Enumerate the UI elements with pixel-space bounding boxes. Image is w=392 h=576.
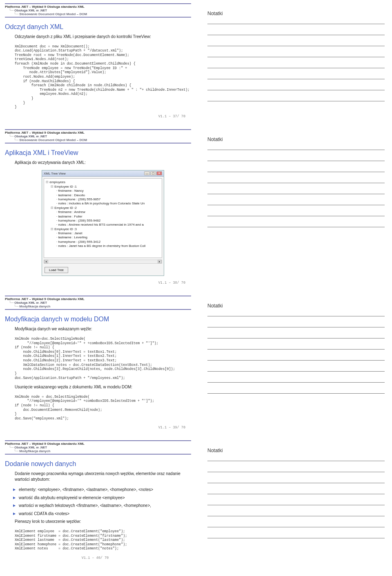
notes-title: Notatki (207, 137, 385, 142)
note-line (207, 382, 385, 383)
breadcrumb-l2: Obsługa XML w .NET (5, 134, 191, 138)
horizontal-scrollbar[interactable]: ◂▸ (44, 260, 162, 264)
slide-40: Platforma .NET – Wykład 9 Obsługa standa… (0, 437, 392, 567)
note-line (207, 35, 385, 35)
bullet-item: wartość dla atrybutu employeeid w elemen… (19, 495, 191, 501)
tree-node[interactable]: · homephone : (206) 555-9857 (45, 197, 161, 202)
breadcrumb-l1: Platforma .NET – Wykład 9 Obsługa standa… (5, 5, 191, 9)
tree-node[interactable]: · firstname : Nancy (45, 189, 161, 193)
minimize-icon[interactable]: — (144, 171, 150, 175)
intro-text: Modyfikacja danych we wskazanym węźle: (5, 326, 191, 332)
tree-node[interactable]: · lastname : Fuller (45, 215, 161, 219)
note-line (207, 24, 385, 24)
breadcrumb-l3: Modyfikacja danych (5, 305, 191, 310)
code-block: XmlDocument doc = new XmlDocument(); doc… (5, 45, 191, 110)
breadcrumb: Platforma .NET – Wykład 9 Obsługa standa… (5, 440, 191, 455)
note-line (207, 68, 385, 68)
note-line (207, 172, 385, 172)
note-line (207, 472, 385, 472)
slide-footer: V1.1 – 39/ 70 (5, 426, 191, 430)
code-block: XmlNode node=doc.SelectSingleNode( "//em… (5, 337, 191, 380)
note-line (207, 194, 385, 194)
window-controls: — ▢ ✕ (144, 171, 162, 175)
tree-node[interactable]: ⊟ Employee ID :1 (45, 185, 161, 189)
app-window: XML Tree View — ▢ ✕ ⊟ employees⊟ Employe… (42, 170, 164, 276)
bullet-list: elementy: <employee>, <firstname>, <last… (5, 487, 191, 516)
tree-node[interactable]: · firstname : Janet (45, 231, 161, 235)
bullet-item: wartość CDATA dla <notes> (19, 511, 191, 517)
note-line (207, 338, 385, 338)
note-line (207, 371, 385, 372)
tree-node[interactable]: · homephone : (206) 555-9482 (45, 219, 161, 223)
breadcrumb-l3: Stosowanie Document Object Model – DOM (5, 12, 191, 18)
slide-title: Aplikacja XML i TreeView (5, 149, 191, 157)
slide-37: Platforma .NET – Wykład 9 Obsługa standa… (0, 0, 392, 126)
slide-39: Platforma .NET – Wykład 9 Obsługa standa… (0, 292, 392, 437)
close-icon[interactable]: ✕ (156, 171, 162, 175)
note-line (207, 461, 385, 461)
breadcrumb-l3: Stosowanie Document Object Model – DOM (5, 138, 191, 143)
note-line (207, 161, 385, 161)
tree-node[interactable]: · notes : Janet has a BS degree in chemi… (45, 244, 161, 248)
tree-node[interactable]: · lastname : Leverling (45, 235, 161, 240)
load-tree-button[interactable]: Load Tree (45, 267, 68, 273)
breadcrumb: Platforma .NET – Wykład 9 Obsługa standa… (5, 129, 191, 143)
note-line (207, 327, 385, 327)
note-line (207, 216, 385, 216)
app-titlebar: XML Tree View — ▢ ✕ (42, 170, 164, 177)
scroll-right-icon[interactable]: ▸ (158, 260, 162, 263)
notes-column: Notatki (196, 0, 392, 122)
breadcrumb-l1: Platforma .NET – Wykład 9 Obsługa standa… (5, 131, 191, 134)
notes-title: Notatki (207, 448, 385, 453)
breadcrumb: Platforma .NET – Wykład 9 Obsługa standa… (5, 3, 191, 18)
note-line (207, 57, 385, 57)
note-line (207, 483, 385, 483)
note-line (207, 316, 385, 316)
tree-node[interactable]: · notes : includes a BA in psychology fr… (45, 202, 161, 206)
slide-title: Odczyt danych XML (5, 23, 191, 31)
note-line (207, 205, 385, 205)
tree-node[interactable]: ⊟ employees (45, 180, 161, 184)
button-row: Load Tree (42, 264, 164, 276)
notes-column: Notatki (196, 292, 392, 433)
tree-node[interactable]: · firstname : Andrew (45, 210, 161, 214)
code-block-2: XmlNode node = doc.SelectSingleNode( "//… (5, 395, 191, 421)
intro-text: Dodanie nowego pracownika wymaga utworze… (5, 471, 191, 482)
tree-node[interactable]: · lastname : Davolio (45, 193, 161, 197)
slide-footer: V1.1 – 37/ 70 (5, 114, 191, 119)
note-line (207, 527, 385, 527)
note-line (207, 46, 385, 46)
slide-footer: V1.1 – 40/ 70 (5, 556, 191, 560)
slide-footer: V1.1 – 38/ 70 (5, 281, 191, 285)
slide-left: Platforma .NET – Wykład 9 Obsługa standa… (0, 126, 196, 289)
intro-text: Odczytanie danych z pliku XML i przepisa… (5, 34, 191, 40)
breadcrumb-l3: Modyfikacja danych (5, 449, 191, 455)
tree-node[interactable]: · homephone : (206) 555-3412 (45, 240, 161, 244)
slide-title: Modyfikacja danych w modelu DOM (5, 316, 191, 323)
bullet-item: elementy: <employee>, <firstname>, <last… (19, 487, 191, 493)
tree-node[interactable]: ⊟ Employee ID :3 (45, 227, 161, 231)
tree-view[interactable]: ⊟ employees⊟ Employee ID :1· firstname :… (44, 178, 162, 258)
maximize-icon[interactable]: ▢ (150, 171, 156, 175)
note-line (207, 360, 385, 361)
intro-text-2: Usunięcie wskazanego węzła z dokumentu X… (5, 384, 191, 390)
tree-node[interactable]: ⊟ Employee ID :2 (45, 206, 161, 210)
app-title: XML Tree View (44, 172, 66, 175)
notes-column: Notatki (196, 437, 392, 563)
slide-38: Platforma .NET – Wykład 9 Obsługa standa… (0, 126, 392, 293)
slide-left: Platforma .NET – Wykład 9 Obsługa standa… (0, 437, 196, 563)
tree-node[interactable]: · notes : Andrew received his BTS commer… (45, 223, 161, 227)
intro-text: Aplikacja do wczytywania danych XML: (5, 160, 191, 166)
code-block-2: XmlElement employee = doc.CreateElement(… (5, 529, 191, 551)
slide-left: Platforma .NET – Wykład 9 Obsługa standa… (0, 0, 196, 122)
note-line (207, 538, 385, 538)
note-line (207, 505, 385, 505)
breadcrumb: Platforma .NET – Wykład 9 Obsługa standa… (5, 296, 191, 310)
intro-text-2: Pierwszy krok to utworzenie węzłów: (5, 519, 191, 524)
notes-title: Notatki (207, 11, 385, 16)
bullet-item: wartości w węzłach tekstowych <firstname… (19, 503, 191, 509)
note-line (207, 349, 385, 350)
note-line (207, 79, 385, 79)
scroll-left-icon[interactable]: ◂ (44, 260, 48, 263)
note-line (207, 90, 385, 90)
